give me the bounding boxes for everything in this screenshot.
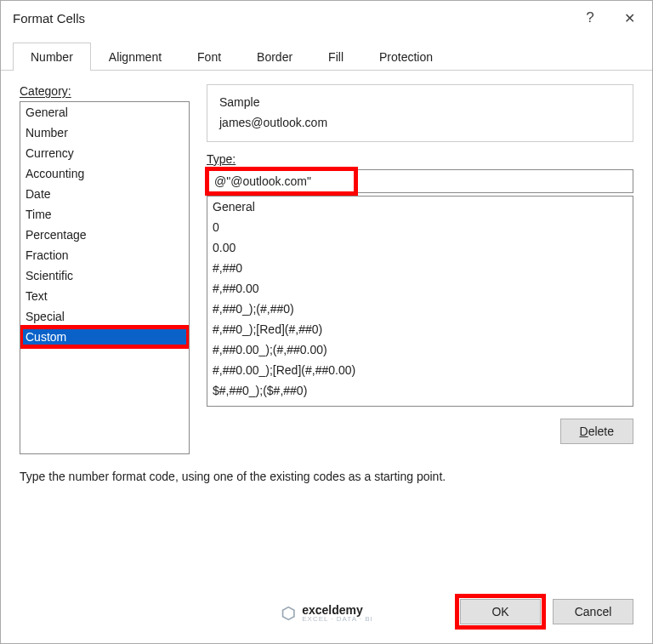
sample-value: james@outlook.com [219,116,621,129]
exceldemy-logo-icon [280,605,297,622]
category-item-percentage[interactable]: Percentage [20,225,189,245]
category-label: Category: [20,84,190,98]
category-item-time[interactable]: Time [20,204,189,225]
category-item-text[interactable]: Text [20,286,189,306]
category-item-special[interactable]: Special [20,306,189,327]
category-item-scientific[interactable]: Scientific [20,265,189,286]
format-code-item[interactable]: #,##0_);(#,##0) [207,299,633,319]
tab-protection[interactable]: Protection [361,43,451,71]
format-cells-dialog: Format Cells ? ✕ NumberAlignmentFontBord… [0,0,653,644]
close-button[interactable]: ✕ [610,3,649,32]
ok-button[interactable]: OK [460,599,541,624]
tab-alignment[interactable]: Alignment [91,43,179,71]
dialog-body: Category: GeneralNumberCurrencyAccountin… [1,71,652,587]
format-code-listbox[interactable]: General00.00#,##0#,##0.00#,##0_);(#,##0)… [207,196,633,407]
sample-box: Sample james@outlook.com [207,84,633,142]
tab-number[interactable]: Number [13,43,91,71]
format-code-item[interactable]: #,##0.00_);[Red](#,##0.00) [207,360,633,380]
sample-label: Sample [219,95,621,109]
format-code-item[interactable]: $#,##0_);($#,##0) [207,380,633,401]
format-code-item[interactable]: 0.00 [207,237,633,258]
category-item-currency[interactable]: Currency [20,143,189,163]
hint-text: Type the number format code, using one o… [20,470,633,483]
category-item-date[interactable]: Date [20,184,189,204]
format-code-item[interactable]: 0 [207,217,633,237]
category-item-fraction[interactable]: Fraction [20,245,189,265]
titlebar: Format Cells ? ✕ [1,1,652,35]
tab-font[interactable]: Font [179,43,239,71]
watermark: exceldemy EXCEL · DATA · BI [280,603,373,623]
format-code-item[interactable]: #,##0.00 [207,278,633,299]
cancel-button[interactable]: Cancel [553,599,633,624]
tab-border[interactable]: Border [239,43,310,71]
format-code-item[interactable]: #,##0 [207,258,633,278]
watermark-name: exceldemy [302,603,363,617]
category-item-number[interactable]: Number [20,123,189,143]
category-item-custom[interactable]: Custom [20,327,189,347]
help-button[interactable]: ? [571,3,610,32]
type-input[interactable] [207,169,633,193]
watermark-sub: EXCEL · DATA · BI [302,615,373,623]
tab-fill[interactable]: Fill [310,43,361,71]
category-listbox[interactable]: GeneralNumberCurrencyAccountingDateTimeP… [20,101,190,454]
format-code-item[interactable]: General [207,197,633,217]
dialog-footer: exceldemy EXCEL · DATA · BI OK Cancel [1,587,652,643]
category-item-accounting[interactable]: Accounting [20,163,189,184]
dialog-title: Format Cells [13,11,571,26]
tab-strip: NumberAlignmentFontBorderFillProtection [1,42,652,71]
type-label: Type: [207,152,633,166]
delete-button[interactable]: Delete [560,419,633,444]
category-item-general[interactable]: General [20,102,189,123]
format-code-item[interactable]: #,##0_);[Red](#,##0) [207,319,633,339]
format-code-item[interactable]: $#,##0_);[Red]($#,##0) [207,401,633,407]
format-code-item[interactable]: #,##0.00_);(#,##0.00) [207,339,633,360]
